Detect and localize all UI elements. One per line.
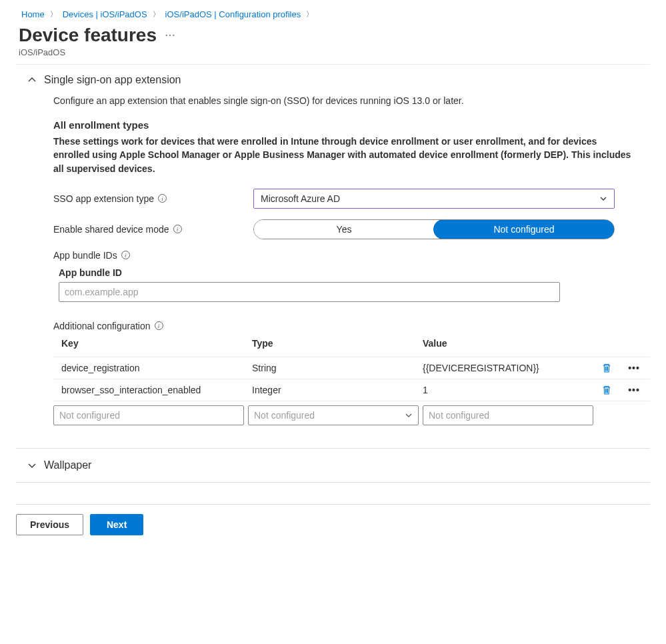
- enrollment-header: All enrollment types: [53, 119, 650, 131]
- delete-row-button[interactable]: [593, 363, 620, 373]
- section-wallpaper-header[interactable]: Wallpaper: [16, 448, 650, 483]
- breadcrumb-home[interactable]: Home: [21, 9, 45, 19]
- info-icon[interactable]: i: [173, 225, 182, 233]
- chevron-right-icon: 〉: [50, 9, 57, 19]
- section-sso-header[interactable]: Single sign-on app extension: [16, 65, 650, 95]
- new-type-placeholder: Not configured: [254, 410, 315, 421]
- col-value: Value: [423, 338, 589, 349]
- delete-row-button[interactable]: [593, 385, 620, 395]
- additional-config-label: Additional configuration: [53, 321, 151, 331]
- info-icon[interactable]: i: [121, 251, 130, 259]
- chevron-right-icon: 〉: [153, 9, 160, 19]
- shared-mode-yes[interactable]: Yes: [254, 220, 434, 239]
- info-icon[interactable]: i: [155, 321, 163, 330]
- new-type-select[interactable]: Not configured: [248, 405, 419, 425]
- bundle-id-input[interactable]: [59, 282, 560, 302]
- ext-type-value: Microsoft Azure AD: [261, 193, 340, 204]
- config-table-header: Key Type Value: [53, 338, 650, 357]
- table-row: device_registration String {{DEVICEREGIS…: [53, 357, 650, 379]
- page-actions-ellipsis[interactable]: ⋯: [165, 29, 175, 41]
- previous-button[interactable]: Previous: [16, 514, 83, 535]
- breadcrumb: Home 〉 Devices | iOS/iPadOS 〉 iOS/iPadOS…: [16, 7, 650, 25]
- next-button[interactable]: Next: [90, 514, 143, 535]
- new-value-input[interactable]: [423, 405, 593, 425]
- cell-value: 1: [423, 385, 589, 395]
- section-wallpaper-title: Wallpaper: [44, 459, 91, 471]
- cell-key: device_registration: [61, 363, 248, 373]
- table-row-new: Not configured: [53, 401, 650, 431]
- page-title: Device features: [19, 25, 157, 46]
- breadcrumb-devices[interactable]: Devices | iOS/iPadOS: [63, 9, 147, 19]
- breadcrumb-config-profiles[interactable]: iOS/iPadOS | Configuration profiles: [165, 9, 301, 19]
- table-row: browser_sso_interaction_enabled Integer …: [53, 379, 650, 401]
- info-icon[interactable]: i: [158, 194, 167, 203]
- section-sso-title: Single sign-on app extension: [44, 74, 181, 86]
- cell-type: String: [252, 363, 419, 373]
- chevron-up-icon: [28, 76, 36, 84]
- new-key-input[interactable]: [53, 405, 244, 425]
- sso-description: Configure an app extension that enables …: [53, 95, 650, 106]
- chevron-down-icon: [28, 461, 36, 469]
- enrollment-description: These settings work for devices that wer…: [53, 135, 633, 175]
- bundle-id-header: App bundle ID: [59, 267, 650, 278]
- cell-type: Integer: [252, 385, 419, 395]
- ext-type-dropdown[interactable]: Microsoft Azure AD: [253, 189, 615, 209]
- wizard-footer: Previous Next: [16, 504, 650, 535]
- cell-value: {{DEVICEREGISTRATION}}: [423, 363, 589, 373]
- chevron-right-icon: 〉: [306, 9, 313, 19]
- page-subtitle: iOS/iPadOS: [16, 47, 650, 57]
- chevron-down-icon: [599, 195, 607, 203]
- shared-mode-not-configured[interactable]: Not configured: [433, 219, 615, 239]
- shared-mode-label: Enable shared device mode: [53, 224, 169, 235]
- col-key: Key: [61, 338, 248, 349]
- col-type: Type: [252, 338, 419, 349]
- shared-mode-toggle[interactable]: Yes Not configured: [253, 219, 615, 239]
- row-actions-ellipsis[interactable]: •••: [624, 385, 644, 395]
- bundle-ids-label: App bundle IDs: [53, 250, 117, 261]
- cell-key: browser_sso_interaction_enabled: [61, 385, 248, 395]
- ext-type-label: SSO app extension type: [53, 193, 154, 204]
- row-actions-ellipsis[interactable]: •••: [624, 363, 644, 373]
